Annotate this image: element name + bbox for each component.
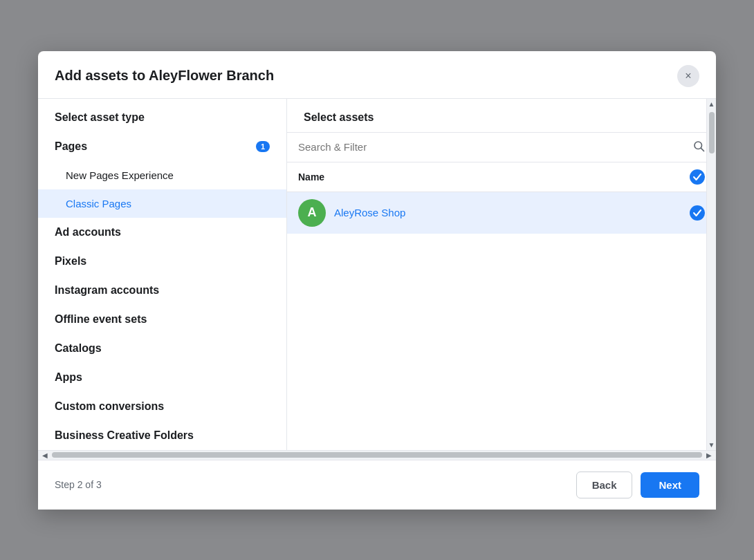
- modal-dialog: Add assets to AleyFlower Branch × Select…: [38, 51, 716, 510]
- sidebar-item-pixels[interactable]: Pixels: [38, 247, 286, 276]
- sidebar-item-ad-accounts[interactable]: Ad accounts: [38, 218, 286, 247]
- search-input[interactable]: [298, 141, 687, 153]
- modal-title: Add assets to AleyFlower Branch: [55, 68, 274, 84]
- left-panel-header: Select asset type: [38, 99, 286, 132]
- scroll-up-arrow[interactable]: ▲: [708, 100, 715, 108]
- vertical-scrollbar[interactable]: ▲ ▼: [706, 99, 716, 450]
- sidebar-item-apps[interactable]: Apps: [38, 363, 286, 392]
- table-header: Name: [287, 162, 716, 192]
- right-panel-header: Select assets: [287, 99, 716, 133]
- scroll-thumb[interactable]: [709, 112, 715, 153]
- sidebar-item-new-pages[interactable]: New Pages Experience: [38, 161, 286, 189]
- footer-buttons: Back Next: [576, 472, 699, 498]
- col-name-label: Name: [298, 171, 324, 183]
- asset-name: AleyRose Shop: [334, 207, 681, 218]
- scroll-left-arrow[interactable]: ◀: [41, 451, 49, 459]
- sidebar-item-business-creative[interactable]: Business Creative Folders: [38, 421, 286, 450]
- sidebar-item-catalogs[interactable]: Catalogs: [38, 334, 286, 363]
- search-bar: [287, 133, 716, 162]
- next-button[interactable]: Next: [641, 472, 699, 498]
- step-label: Step 2 of 3: [55, 479, 102, 490]
- modal-footer: Step 2 of 3 Back Next: [38, 460, 716, 510]
- right-panel: Select assets Name: [287, 99, 716, 450]
- scroll-down-arrow[interactable]: ▼: [708, 441, 715, 449]
- row-checkbox[interactable]: [690, 205, 705, 221]
- horizontal-scrollbar[interactable]: ◀ ▶: [38, 450, 716, 460]
- sidebar-item-classic-pages[interactable]: Classic Pages: [38, 189, 286, 218]
- sidebar-item-custom-conversions[interactable]: Custom conversions: [38, 392, 286, 421]
- table-row[interactable]: A AleyRose Shop: [287, 192, 716, 234]
- scroll-track[interactable]: [52, 452, 702, 458]
- svg-line-1: [701, 148, 704, 151]
- sidebar-item-instagram[interactable]: Instagram accounts: [38, 276, 286, 305]
- select-all-checkbox[interactable]: [690, 169, 705, 185]
- left-panel: Select asset type Pages 1 New Pages Expe…: [38, 99, 287, 450]
- search-icon: [692, 140, 705, 155]
- pages-badge: 1: [256, 141, 270, 152]
- back-button[interactable]: Back: [576, 472, 633, 498]
- scroll-right-arrow[interactable]: ▶: [705, 451, 713, 459]
- sidebar-item-offline-events[interactable]: Offline event sets: [38, 305, 286, 334]
- close-button[interactable]: ×: [677, 65, 699, 87]
- sidebar-item-pages[interactable]: Pages 1: [38, 132, 286, 161]
- modal-header: Add assets to AleyFlower Branch ×: [38, 51, 716, 99]
- avatar: A: [298, 199, 326, 227]
- modal-body: Select asset type Pages 1 New Pages Expe…: [38, 99, 716, 450]
